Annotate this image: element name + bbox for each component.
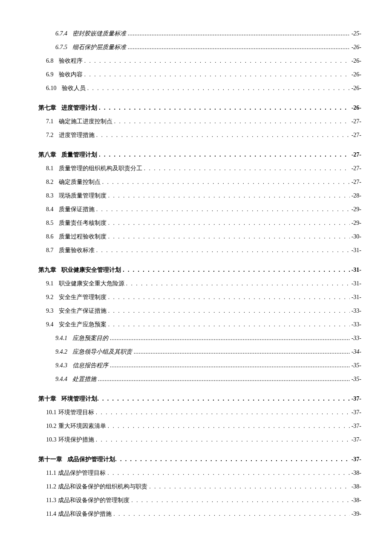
toc-leader-dots: . . . . . . . . . . . . . . . . . . . . … bbox=[144, 165, 350, 171]
toc-entry-number: 8.6 bbox=[46, 233, 59, 240]
toc-leader-dots: . . . . . . . . . . . . . . . . . . . . … bbox=[149, 483, 350, 490]
toc-entry: 9.4.4处置措施...............................… bbox=[55, 375, 361, 383]
toc-entry: 10.1环境管理目标. . . . . . . . . . . . . . . … bbox=[46, 409, 361, 416]
toc-leader-dots: . . . . . . . . . . . . . . . . . . . . … bbox=[123, 266, 350, 273]
toc-entry: 11.3成品和设备保护的管理制度. . . . . . . . . . . . … bbox=[46, 497, 361, 504]
toc-leader-dots: . . . . . . . . . . . . . . . . . . . . … bbox=[108, 192, 350, 199]
toc-entry-number: 9.4.2 bbox=[55, 349, 72, 355]
toc-entry-number: 10.1 bbox=[46, 409, 58, 416]
toc-entry: 7.1确定施工进度控制点. . . . . . . . . . . . . . … bbox=[46, 118, 361, 125]
toc-entry: 8.3现场质量管理制度. . . . . . . . . . . . . . .… bbox=[46, 192, 361, 200]
toc-entry-title: 安全生产保证措施 bbox=[59, 307, 108, 315]
toc-entry-title: 环境保护措施 bbox=[58, 436, 96, 444]
toc-entry-number: 7.1 bbox=[46, 118, 59, 125]
toc-entry-title: 确定质量控制点 bbox=[59, 178, 102, 186]
toc-entry-title: 质量管理计划 bbox=[61, 151, 99, 159]
toc-entry-page: -31- bbox=[350, 267, 361, 273]
toc-entry-page: -27- bbox=[350, 151, 361, 158]
toc-leader-dots: . . . . . . . . . . . . . . . . . . . . … bbox=[108, 219, 350, 226]
toc-entry-page: -26- bbox=[350, 58, 361, 64]
toc-entry-title: 重大环境因素清单 bbox=[58, 422, 108, 430]
toc-entry-number: 第八章 bbox=[38, 151, 61, 159]
toc-entry: 第九章职业健康安全管理计划. . . . . . . . . . . . . .… bbox=[38, 266, 361, 274]
toc-entry: 11.2成品和设备保护的组织机构与职责. . . . . . . . . . .… bbox=[46, 483, 361, 491]
toc-entry: 6.9验收内容. . . . . . . . . . . . . . . . .… bbox=[46, 71, 361, 78]
toc-leader-dots: ........................................… bbox=[128, 44, 350, 51]
toc-leader-dots: ........................................… bbox=[128, 30, 350, 37]
toc-entry-number: 8.7 bbox=[46, 247, 59, 254]
toc-entry-number: 9.2 bbox=[46, 294, 59, 301]
toc-entry-page: -38- bbox=[350, 483, 361, 490]
toc-entry-number: 第十章 bbox=[38, 395, 61, 403]
toc-leader-dots: . . . . . . . . . . . . . . . . . . . . … bbox=[108, 422, 350, 429]
toc-entry-number: 9.4 bbox=[46, 321, 59, 328]
toc-entry-title: 成品和设备保护的管理制度 bbox=[58, 497, 131, 504]
toc-entry: 9.3安全生产保证措施. . . . . . . . . . . . . . .… bbox=[46, 307, 361, 315]
toc-entry-title: 职业健康安全管理计划 bbox=[61, 266, 123, 274]
toc-leader-dots: . . . . . . . . . . . . . . . . . . . . … bbox=[96, 131, 350, 138]
toc-entry-title: 现场质量管理制度 bbox=[59, 192, 108, 200]
toc-entry-title: 密封胶嵌缝质量标准 bbox=[72, 30, 128, 38]
toc-entry-title: 验收内容 bbox=[59, 71, 84, 78]
toc-entry-title: 质量过程验收制度 bbox=[59, 233, 108, 241]
toc-entry: 6.8验收程序. . . . . . . . . . . . . . . . .… bbox=[46, 57, 361, 65]
toc-entry-number: 7.2 bbox=[46, 132, 59, 139]
toc-entry-number: 6.9 bbox=[46, 71, 59, 78]
toc-entry-page: -33- bbox=[350, 321, 361, 328]
toc-entry-page: -37- bbox=[350, 409, 361, 416]
toc-leader-dots: . . . . . . . . . . . . . . . . . . . . … bbox=[131, 497, 350, 503]
toc-entry-title: 验收人员 bbox=[62, 84, 87, 92]
toc-entry-page: -31- bbox=[350, 247, 361, 254]
toc-entry-page: -27- bbox=[350, 165, 361, 172]
toc-entry: 第七章进度管理计划. . . . . . . . . . . . . . . .… bbox=[38, 104, 361, 112]
toc-entry-page: -26- bbox=[350, 44, 361, 51]
toc-entry: 6.7.4密封胶嵌缝质量标准..........................… bbox=[55, 30, 361, 38]
toc-entry: 第十一章成品保护管理计划. . . . . . . . . . . . . . … bbox=[38, 456, 361, 463]
toc-entry-title: 质量验收标准 bbox=[59, 247, 96, 254]
toc-entry-page: -38- bbox=[350, 497, 361, 504]
toc-entry: 第十章环境管理计划. . . . . . . . . . . . . . . .… bbox=[38, 395, 361, 403]
toc-entry-page: -27- bbox=[350, 118, 361, 125]
toc-entry-number: 8.2 bbox=[46, 179, 59, 186]
toc-entry-number: 6.7.4 bbox=[55, 30, 72, 37]
toc-leader-dots: . . . . . . . . . . . . . . . . . . . . … bbox=[99, 151, 350, 158]
toc-leader-dots: . . . . . . . . . . . . . . . . . . . . … bbox=[108, 293, 350, 300]
toc-entry-title: 进度管理计划 bbox=[61, 104, 99, 112]
toc-entry-title: 成品和设备保护措施 bbox=[58, 510, 113, 518]
toc-entry-page: -26- bbox=[350, 71, 361, 78]
toc-entry: 8.5质量责任考核制度. . . . . . . . . . . . . . .… bbox=[46, 219, 361, 227]
toc-entry: 9.4.3信息报告程序.............................… bbox=[55, 362, 361, 369]
toc-entry-title: 安全生产管理制度 bbox=[59, 293, 108, 301]
toc-entry: 9.2安全生产管理制度. . . . . . . . . . . . . . .… bbox=[46, 293, 361, 301]
toc-entry-title: 验收程序 bbox=[59, 57, 84, 65]
toc-entry: 11.4成品和设备保护措施. . . . . . . . . . . . . .… bbox=[46, 510, 361, 518]
toc-entry-number: 8.5 bbox=[46, 220, 59, 227]
toc-entry-page: -33- bbox=[350, 308, 361, 314]
toc-entry-title: 成品保护管理目标 bbox=[58, 469, 107, 477]
toc-entry-page: -30- bbox=[350, 233, 361, 240]
toc-leader-dots: . . . . . . . . . . . . . . . . . . . . … bbox=[84, 71, 350, 78]
toc-entry-number: 6.8 bbox=[46, 58, 59, 64]
toc-entry-title: 成品保护管理计划 bbox=[67, 456, 115, 463]
table-of-contents: 6.7.4密封胶嵌缝质量标准..........................… bbox=[38, 30, 361, 518]
toc-entry: 8.7质量验收标准. . . . . . . . . . . . . . . .… bbox=[46, 247, 361, 254]
toc-entry-number: 8.4 bbox=[46, 206, 59, 213]
toc-entry-page: -26- bbox=[350, 85, 361, 92]
toc-entry-title: 环境管理计划 bbox=[61, 395, 97, 403]
toc-leader-dots: . . . . . . . . . . . . . . . . . . . . … bbox=[97, 395, 350, 402]
toc-entry: 6.7.5细石保护层质量标准..........................… bbox=[55, 44, 361, 51]
toc-entry-number: 11.2 bbox=[46, 483, 58, 490]
toc-entry: 9.4.2应急领导小组及其职责.........................… bbox=[55, 348, 361, 356]
toc-entry-number: 10.3 bbox=[46, 436, 58, 443]
toc-entry-number: 6.7.5 bbox=[55, 44, 72, 51]
toc-entry-page: -29- bbox=[350, 220, 361, 227]
toc-entry-title: 应急领导小组及其职责 bbox=[72, 348, 134, 356]
toc-leader-dots: ........................................… bbox=[110, 335, 350, 342]
toc-entry: 8.2确定质量控制点. . . . . . . . . . . . . . . … bbox=[46, 178, 361, 186]
toc-entry: 6.10验收人员. . . . . . . . . . . . . . . . … bbox=[46, 84, 361, 92]
toc-entry-title: 成品和设备保护的组织机构与职责 bbox=[58, 483, 149, 491]
toc-leader-dots: . . . . . . . . . . . . . . . . . . . . … bbox=[84, 57, 350, 64]
toc-leader-dots: . . . . . . . . . . . . . . . . . . . . … bbox=[108, 307, 350, 314]
toc-leader-dots: . . . . . . . . . . . . . . . . . . . . … bbox=[107, 469, 350, 476]
toc-entry: 9.4.1应急预案目的.............................… bbox=[55, 334, 361, 342]
